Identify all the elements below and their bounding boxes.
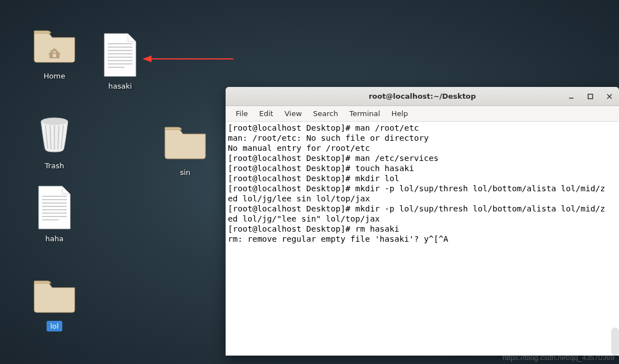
titlebar[interactable]: root@localhost:~/Desktop	[226, 87, 619, 106]
window-title: root@localhost:~/Desktop	[369, 92, 476, 100]
annotation-arrow	[143, 54, 233, 62]
desktop-icon-lol[interactable]: lol	[26, 273, 82, 331]
icon-label: Home	[40, 71, 68, 81]
home-folder-icon	[32, 22, 77, 67]
icon-label: haha	[42, 233, 67, 244]
icon-label: Trash	[42, 160, 67, 171]
trash-icon	[32, 112, 77, 157]
desktop-icon-sin[interactable]: sin	[157, 119, 213, 178]
svg-point-15	[42, 118, 67, 125]
minimize-button[interactable]	[565, 90, 577, 103]
svg-marker-25	[143, 56, 152, 62]
desktop-icon-trash[interactable]: Trash	[26, 112, 82, 171]
folder-icon	[32, 273, 77, 317]
icon-label: hasaki	[105, 81, 135, 91]
menu-edit[interactable]: Edit	[254, 107, 279, 120]
menu-view[interactable]: View	[279, 107, 308, 120]
watermark: https://blog.csdn.net/qq_43570369	[503, 353, 615, 362]
menu-file[interactable]: File	[230, 107, 254, 120]
window-controls	[565, 90, 616, 103]
icon-label: sin	[177, 167, 194, 178]
text-file-icon	[98, 33, 143, 77]
menu-terminal[interactable]: Terminal	[343, 107, 386, 120]
text-file-icon	[32, 185, 77, 230]
desktop-icon-haha[interactable]: haha	[26, 185, 82, 244]
terminal-window[interactable]: root@localhost:~/Desktop File Edit View …	[226, 87, 619, 356]
icon-label: lol	[47, 321, 62, 331]
svg-rect-0	[50, 50, 52, 50]
svg-rect-27	[588, 94, 593, 99]
close-button[interactable]	[603, 90, 616, 103]
menubar: File Edit View Search Terminal Help	[226, 106, 619, 122]
desktop-icon-hasaki[interactable]: hasaki	[92, 33, 148, 91]
menu-search[interactable]: Search	[308, 107, 344, 120]
terminal-body[interactable]: [root@localhost Desktop]# man /root/etc …	[226, 122, 619, 356]
desktop-icon-home[interactable]: Home	[26, 22, 82, 81]
scrollbar[interactable]	[611, 328, 619, 356]
menu-help[interactable]: Help	[386, 107, 414, 120]
folder-icon	[163, 119, 208, 164]
maximize-button[interactable]	[584, 90, 597, 103]
